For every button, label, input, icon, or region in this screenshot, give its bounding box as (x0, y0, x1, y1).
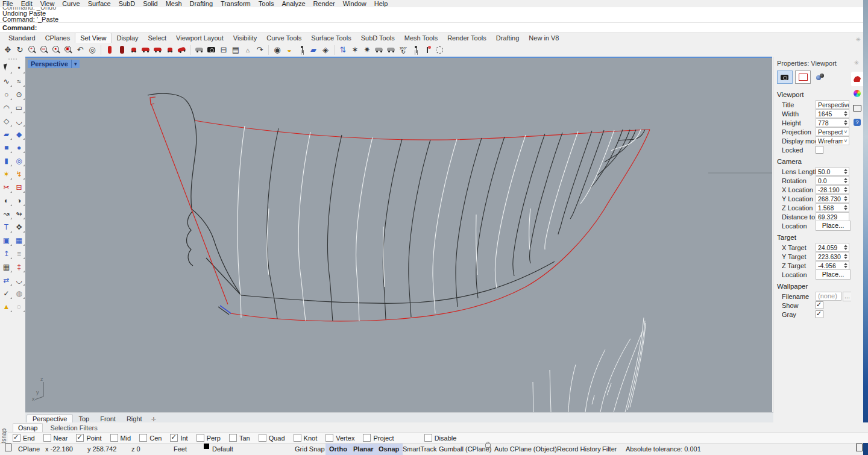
viewport-title[interactable]: Perspective (28, 60, 71, 67)
split-icon[interactable] (14, 182, 25, 193)
box-icon[interactable] (1, 142, 12, 153)
locked-checkbox[interactable] (816, 146, 823, 154)
rotate-camera-icon[interactable] (254, 45, 265, 55)
ortho-toggle[interactable]: Ortho (326, 444, 351, 455)
extrude-icon[interactable] (1, 248, 12, 259)
auto-cplane-toggle[interactable]: Auto CPlane (Object) (491, 444, 561, 455)
boolean-union-icon[interactable] (1, 195, 12, 206)
menu-curve[interactable]: Curve (62, 0, 80, 7)
sphere-icon[interactable] (14, 142, 25, 153)
pyramid-icon[interactable] (1, 301, 12, 312)
surface-3pt-icon[interactable] (1, 129, 12, 140)
copy-icon[interactable] (1, 235, 12, 246)
tab-visibility[interactable]: Visibility (228, 33, 262, 43)
osnap-near[interactable]: Near (43, 434, 68, 442)
tab-drafting[interactable]: Drafting (491, 33, 524, 43)
eye-level-camera-icon[interactable] (296, 45, 307, 55)
array-grid-icon[interactable] (1, 262, 12, 272)
help-tab-icon[interactable]: ? (851, 115, 863, 130)
tab-options-gear-icon[interactable]: ✳ (856, 36, 861, 43)
projection-dropdown[interactable]: Perspectiv˅ (816, 127, 849, 136)
menu-edit[interactable]: Edit (21, 0, 33, 7)
walkabout-vehicle-2-icon[interactable] (386, 45, 397, 55)
lens-length-input[interactable]: 50.0 (816, 167, 849, 176)
zoom-window-icon[interactable]: ▭ (39, 45, 49, 55)
zoom-target-icon[interactable] (87, 45, 98, 55)
pan-vertical-icon[interactable] (338, 45, 348, 55)
osnap-tab[interactable]: Osnap (13, 423, 43, 432)
menu-tools[interactable]: Tools (259, 0, 274, 7)
wallpaper-gray-checkbox[interactable] (816, 310, 823, 318)
perspective-viewport[interactable]: z y x Perspective ▾ (25, 57, 772, 413)
menu-file[interactable]: File (2, 0, 13, 7)
zoom-extents-icon[interactable]: ▣ (63, 45, 74, 55)
osnap-project[interactable]: Project (363, 434, 394, 442)
place-target-icon[interactable] (242, 45, 253, 55)
menu-surface[interactable]: Surface (88, 0, 111, 7)
toolbar-drag-handle[interactable] (0, 57, 25, 61)
viewport-title-dropdown-icon[interactable]: ▾ (71, 60, 80, 68)
viewport-properties-icon[interactable] (795, 71, 811, 84)
x-target-input[interactable]: 24.059 (816, 243, 849, 252)
trim-icon[interactable] (1, 182, 12, 193)
viewport-layout-icon[interactable] (230, 45, 241, 55)
circle-center-icon[interactable] (1, 89, 12, 100)
osnap-mid[interactable]: Mid (110, 434, 131, 442)
menu-window[interactable]: Window (343, 0, 366, 7)
set-view-front-capsule-icon[interactable] (104, 45, 115, 55)
contour-icon[interactable] (14, 248, 25, 259)
z-target-input[interactable]: -4.956 (816, 261, 849, 270)
material-properties-icon[interactable] (813, 71, 828, 83)
section-icon[interactable] (14, 262, 25, 272)
z-location-input[interactable]: 1.568 (816, 203, 849, 212)
tab-subd-tools[interactable]: SubD Tools (356, 33, 400, 43)
display-mode-dropdown[interactable]: Wireframe˅ (816, 136, 849, 145)
menu-subd[interactable]: SubD (119, 0, 136, 7)
rotation-input[interactable]: 0.0 (816, 176, 849, 185)
current-layer[interactable]: Default (212, 444, 233, 455)
units-indicator[interactable]: Feet (174, 444, 187, 455)
zoom-selected-icon[interactable]: ● (51, 45, 61, 55)
zoom-back-icon[interactable] (75, 45, 86, 55)
tab-render-tools[interactable]: Render Tools (442, 33, 491, 43)
menu-solid[interactable]: Solid (143, 0, 157, 7)
rectangle-icon[interactable] (14, 102, 25, 113)
osnap-point[interactable]: Point (76, 434, 101, 442)
viewport-tab-perspective[interactable]: Perspective (27, 414, 73, 423)
tab-mesh-tools[interactable]: Mesh Tools (400, 33, 442, 43)
title-input[interactable]: Perspective (816, 100, 849, 109)
boolean-difference-icon[interactable] (14, 195, 25, 206)
move-points-icon[interactable] (14, 222, 25, 233)
display-tab-icon[interactable] (851, 101, 863, 115)
command-prompt-input[interactable]: Command: (0, 22, 863, 31)
synchronize-views-icon[interactable] (350, 45, 360, 55)
view-back-icon[interactable] (165, 45, 175, 55)
osnap-cen[interactable]: Cen (139, 434, 162, 442)
viewport-tab-top[interactable]: Top (73, 415, 95, 423)
single-point-icon[interactable] (14, 63, 25, 74)
fillet-icon[interactable] (14, 169, 25, 180)
menu-transform[interactable]: Transform (221, 0, 251, 7)
menu-view[interactable]: View (40, 0, 55, 7)
camera-place-button[interactable]: Place... (816, 221, 851, 231)
cplane-indicator[interactable]: CPlane (18, 444, 40, 455)
planar-toggle[interactable]: Planar (350, 444, 377, 455)
layer-color-swatch[interactable] (204, 444, 209, 449)
tab-cplanes[interactable]: CPlanes (40, 33, 75, 43)
rotate-view-icon[interactable] (14, 45, 25, 55)
osnap-disable[interactable]: Disable (424, 434, 457, 442)
wallpaper-show-checkbox[interactable] (816, 301, 823, 309)
blend-curve-icon[interactable] (1, 209, 12, 219)
panel-options-gear-icon[interactable]: ✳ (854, 59, 863, 67)
check-objects-icon[interactable] (1, 288, 12, 299)
x-location-input[interactable]: -28.190 (816, 185, 849, 194)
view-left-icon[interactable] (153, 45, 163, 55)
flip-direction-icon[interactable] (1, 275, 12, 286)
panel-icon[interactable] (856, 444, 863, 451)
panel-toggle-icon[interactable] (5, 444, 11, 451)
distance-to-target-input[interactable]: 69.329 (816, 212, 849, 221)
menu-render[interactable]: Render (313, 0, 335, 7)
select-cursor-icon[interactable] (1, 63, 12, 74)
tab-surface-tools[interactable]: Surface Tools (306, 33, 356, 43)
osnap-perp[interactable]: Perp (197, 434, 221, 442)
